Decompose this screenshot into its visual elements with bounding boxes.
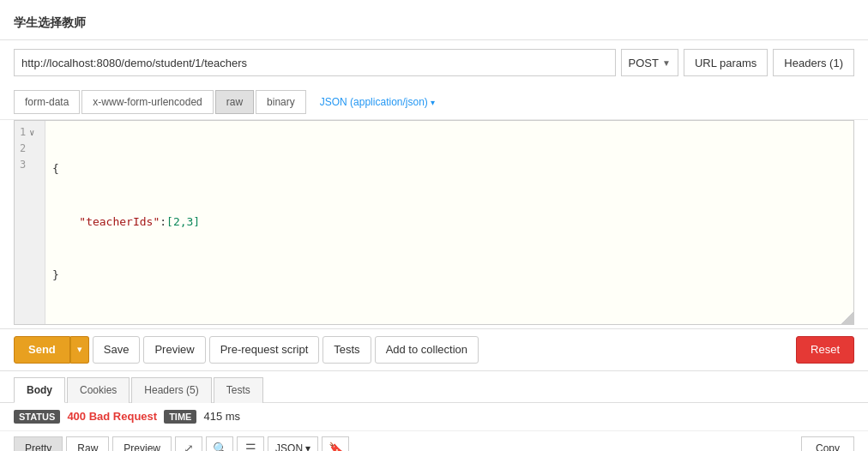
- reset-button[interactable]: Reset: [796, 336, 854, 364]
- tab-cookies[interactable]: Cookies: [67, 377, 130, 403]
- status-label: STATUS: [14, 410, 60, 424]
- page-wrapper: 学生选择教师 POST ▼ URL params Headers (1) for…: [0, 0, 868, 451]
- send-button[interactable]: Send: [14, 336, 70, 364]
- pre-request-button[interactable]: Pre-request script: [209, 336, 320, 364]
- body-type-bar: form-data x-www-form-urlencoded raw bina…: [0, 85, 868, 120]
- copy-button[interactable]: Copy: [801, 436, 854, 451]
- send-dropdown-button[interactable]: ▾: [70, 336, 89, 364]
- expand-icon-button[interactable]: ⤢: [175, 436, 202, 451]
- preview-button[interactable]: Preview: [143, 336, 205, 364]
- urlencoded-button[interactable]: x-www-form-urlencoded: [81, 90, 213, 114]
- code-editor[interactable]: 1∨ 2 3 { "teacherIds":[2,3] }: [14, 120, 854, 325]
- bookmark-icon-button[interactable]: 🔖: [322, 436, 349, 451]
- line-num-3: 3: [20, 157, 39, 173]
- url-bar: POST ▼ URL params Headers (1): [0, 40, 868, 85]
- raw-button[interactable]: raw: [215, 90, 254, 114]
- json-format-arrow-icon: ▾: [305, 442, 310, 451]
- preview-response-button[interactable]: Preview: [112, 436, 172, 451]
- tab-body[interactable]: Body: [14, 377, 65, 403]
- method-value: POST: [629, 57, 659, 69]
- response-format-bar: Pretty Raw Preview ⤢ 🔍 ☰ JSON ▾ 🔖 Copy: [0, 431, 868, 451]
- tab-headers[interactable]: Headers (5): [131, 377, 211, 403]
- line-num-2: 2: [20, 141, 39, 157]
- resize-handle[interactable]: [841, 312, 853, 324]
- json-type-dropdown[interactable]: JSON (application/json) ▾: [313, 90, 442, 114]
- format-icon-button[interactable]: ☰: [237, 436, 264, 451]
- tests-button[interactable]: Tests: [322, 336, 371, 364]
- method-select[interactable]: POST ▼: [621, 49, 678, 76]
- json-type-arrow-icon: ▾: [431, 98, 435, 107]
- add-collection-button[interactable]: Add to collection: [375, 336, 479, 364]
- action-bar: Send ▾ Save Preview Pre-request script T…: [0, 328, 868, 371]
- status-bar: STATUS 400 Bad Request TIME 415 ms: [0, 403, 868, 431]
- status-value: 400 Bad Request: [67, 410, 157, 423]
- search-icon-button[interactable]: 🔍: [206, 436, 233, 451]
- method-arrow-icon: ▼: [662, 58, 671, 68]
- headers-button[interactable]: Headers (1): [773, 49, 854, 76]
- form-data-button[interactable]: form-data: [14, 90, 80, 114]
- pretty-button[interactable]: Pretty: [14, 436, 63, 451]
- send-btn-group: Send ▾: [14, 336, 89, 364]
- code-line-1: {: [52, 160, 847, 178]
- tab-tests[interactable]: Tests: [214, 377, 263, 403]
- binary-button[interactable]: binary: [256, 90, 306, 114]
- page-title: 学生选择教师: [0, 9, 868, 40]
- url-params-button[interactable]: URL params: [684, 49, 768, 76]
- json-type-label: JSON (application/json): [320, 96, 428, 108]
- code-line-2: "teacherIds":[2,3]: [52, 213, 847, 232]
- line-numbers: 1∨ 2 3: [15, 121, 45, 324]
- response-tabs: Body Cookies Headers (5) Tests: [0, 371, 868, 403]
- line-num-1: 1∨: [20, 124, 39, 141]
- save-button[interactable]: Save: [93, 336, 141, 364]
- time-label: TIME: [164, 410, 196, 424]
- url-input[interactable]: [14, 49, 616, 76]
- code-content[interactable]: { "teacherIds":[2,3] }: [45, 121, 853, 324]
- code-line-3: }: [52, 267, 847, 285]
- json-format-label: JSON: [275, 442, 303, 451]
- time-value: 415 ms: [203, 410, 240, 423]
- raw-response-button[interactable]: Raw: [66, 436, 109, 451]
- json-format-dropdown[interactable]: JSON ▾: [268, 436, 318, 451]
